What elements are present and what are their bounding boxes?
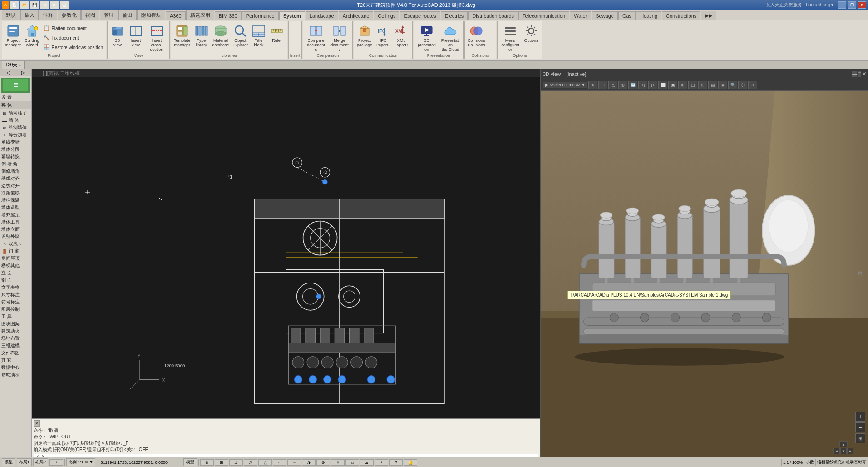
grid-btn[interactable]: ⊞	[215, 459, 228, 466]
3d-view-close[interactable]: ✕	[862, 71, 866, 77]
sidebar-item-site[interactable]: 场地布置	[0, 335, 31, 342]
dynucs-btn[interactable]: ⌂	[345, 459, 359, 466]
sidebar-item-add-wall[interactable]: + 等分加墙	[0, 131, 31, 139]
tab-water[interactable]: Water	[570, 11, 591, 20]
sidebar-item-3d-model[interactable]: 三维建模	[0, 342, 31, 349]
3d-scene-canvas[interactable]: I:\ARCAD\ArCADia PLUS 10.4 EN\Samples\Ar…	[541, 91, 868, 457]
sidebar-item-room-roof[interactable]: 房间屋顶	[0, 255, 31, 262]
3d-osnap-btn[interactable]: ◊	[331, 459, 345, 466]
compare-documents-btn[interactable]: Comparedocuments	[305, 23, 327, 53]
zoom-fit-btn[interactable]: ⊞	[855, 433, 865, 443]
sidebar-item-wall-segment[interactable]: 墙体分段	[0, 146, 31, 153]
tab-heating[interactable]: Heating	[636, 11, 661, 20]
object-explorer-btn[interactable]: ObjectExplorer	[232, 23, 250, 49]
drawing-area[interactable]: X Y	[32, 77, 540, 418]
quick-access-undo[interactable]: ⟲	[40, 1, 49, 9]
3d-btn-17[interactable]: ⊿	[748, 81, 757, 89]
tab-sewage[interactable]: Sewage	[592, 11, 618, 20]
tab-distribution[interactable]: Distribution boards	[468, 11, 518, 20]
user-account[interactable]: 意人天正为您服务 houfanhang ▾	[763, 2, 836, 8]
tab-landscape[interactable]: Landscape	[306, 11, 338, 20]
flatten-document-btn[interactable]: 📋 Flatten document	[42, 24, 104, 33]
3d-btn-10[interactable]: ⊞	[678, 81, 687, 89]
anno-monitor-btn[interactable]: 🔔	[404, 459, 417, 466]
snap-btn[interactable]: ⊕	[200, 459, 214, 466]
quick-access-save[interactable]: 💾	[30, 1, 39, 9]
lineweight-btn[interactable]: ≡	[287, 459, 301, 466]
tab-a360[interactable]: A360	[166, 11, 186, 20]
quick-access-plot[interactable]: 🖨	[60, 1, 69, 9]
collisions-btn[interactable]: CollisionsCollisions	[466, 23, 487, 49]
3d-view-btn[interactable]: 3Dview	[109, 23, 126, 49]
sidebar-item-roof-align[interactable]: 墙齐屋顶	[0, 211, 31, 219]
model-mode-btn[interactable]: 模型	[183, 458, 197, 466]
3d-btn-4[interactable]: ◎	[618, 81, 627, 89]
dyn-btn[interactable]: +	[375, 459, 388, 466]
sidebar-item-tools[interactable]: 工 具	[0, 313, 31, 320]
sidebar-item-door-window[interactable]: 🚪 门 窗	[0, 248, 31, 255]
ifc-import-btn[interactable]: IFC IFCImport↓	[375, 23, 392, 49]
3d-btn-7[interactable]: ▷	[648, 81, 657, 89]
3d-btn-3[interactable]: △	[608, 81, 617, 89]
window-minimize-btn[interactable]: —	[838, 1, 846, 9]
presentation-cloud-btn[interactable]: Presentationthe Cloud	[439, 23, 462, 53]
sidebar-collapse-right[interactable]: ▷	[21, 70, 25, 75]
3d-btn-8[interactable]: ⬜	[658, 81, 667, 89]
qp-btn[interactable]: ?	[389, 459, 403, 466]
template-manager-btn[interactable]: Templatemanager	[173, 23, 192, 49]
3d-btn-14[interactable]: ◈	[718, 81, 727, 89]
sidebar-item-other[interactable]: 其 它	[0, 357, 31, 364]
sidebar-item-block-pattern[interactable]: 图块图案	[0, 320, 31, 328]
nav-up-btn[interactable]: ▲	[839, 441, 848, 447]
3d-btn-15[interactable]: 🔍	[728, 81, 737, 89]
sidebar-item-baseline-align[interactable]: 基线对齐	[0, 175, 31, 182]
window-restore-btn[interactable]: ❐	[848, 1, 856, 9]
sidebar-item-clear-offset[interactable]: 净距偏移	[0, 189, 31, 197]
sidebar-item-text-table[interactable]: 文字表格	[0, 284, 31, 291]
tab-manage[interactable]: 管理	[100, 10, 118, 20]
restore-windows-btn[interactable]: 🪟 Restore windows position	[42, 43, 104, 52]
tab-system[interactable]: System	[279, 11, 305, 20]
tab-featured[interactable]: 精选应用	[186, 10, 214, 20]
sidebar-item-wall-tools[interactable]: 墙体工具	[0, 219, 31, 226]
sidebar-item-modeling[interactable]: 墙体造型	[0, 204, 31, 211]
nav-right-btn[interactable]: ►	[847, 448, 853, 454]
3d-presentation-btn[interactable]: 3Dpresentation	[415, 23, 438, 53]
tab-layout2[interactable]: 布局2	[33, 458, 48, 466]
xml-export-btn[interactable]: XML XMLExport↑	[393, 23, 410, 49]
tab-escape[interactable]: Escape routes	[400, 11, 440, 20]
3d-btn-9[interactable]: ▣	[668, 81, 677, 89]
tab-model[interactable]: 模型	[2, 458, 15, 466]
menu-configurator-btn[interactable]: Menuconfigurator	[499, 23, 522, 53]
3d-btn-13[interactable]: ▤	[708, 81, 717, 89]
sidebar-section-main[interactable]: 整 体	[0, 101, 31, 109]
tab-view[interactable]: 视图	[81, 10, 99, 20]
tab-addons[interactable]: 附加模块	[137, 10, 165, 20]
tab-parametric[interactable]: 参数化	[58, 10, 81, 20]
quick-access-new[interactable]: 📄	[10, 1, 19, 9]
type-library-btn[interactable]: Typelibrary	[192, 23, 210, 49]
sidebar-item-insulation[interactable]: 墙柱保温	[0, 197, 31, 204]
options-btn[interactable]: Options	[523, 23, 540, 44]
sidebar-item-fire[interactable]: 建筑助火	[0, 328, 31, 335]
sidebar-item-help[interactable]: 帮助演示	[0, 371, 31, 378]
tab-performance[interactable]: Performance	[242, 11, 279, 20]
sidebar-item-draw-wall[interactable]: ✏ 绘制墙体	[0, 124, 31, 131]
osnap-btn[interactable]: △	[258, 459, 272, 466]
tab-output[interactable]: 输出	[118, 10, 137, 20]
sidebar-item-stair[interactable]: 楼梯其他	[0, 262, 31, 269]
tab-layout1[interactable]: 布局1	[17, 458, 32, 466]
tab-default[interactable]: 默认	[2, 10, 20, 20]
project-manager-btn[interactable]: Projectmanager	[4, 23, 23, 49]
sidebar-item-axis[interactable]: ⊞ 轴网柱子	[0, 109, 31, 117]
sidebar-item-datacenter[interactable]: 数据中心	[0, 364, 31, 371]
3d-view-maximize[interactable]: □	[858, 71, 861, 77]
project-package-btn[interactable]: Projectpackage	[355, 23, 374, 49]
tab-ceilings[interactable]: Ceilings	[374, 11, 399, 20]
tab-electrics[interactable]: Electrics	[441, 11, 468, 20]
3d-btn-2[interactable]: □	[598, 81, 607, 89]
tab-bim360[interactable]: BIM 360	[215, 11, 242, 20]
material-database-btn[interactable]: Materialdatabase	[211, 23, 230, 49]
insert-view-btn[interactable]: Insertview	[127, 23, 144, 49]
3d-btn-1[interactable]: ⊕	[588, 81, 597, 89]
